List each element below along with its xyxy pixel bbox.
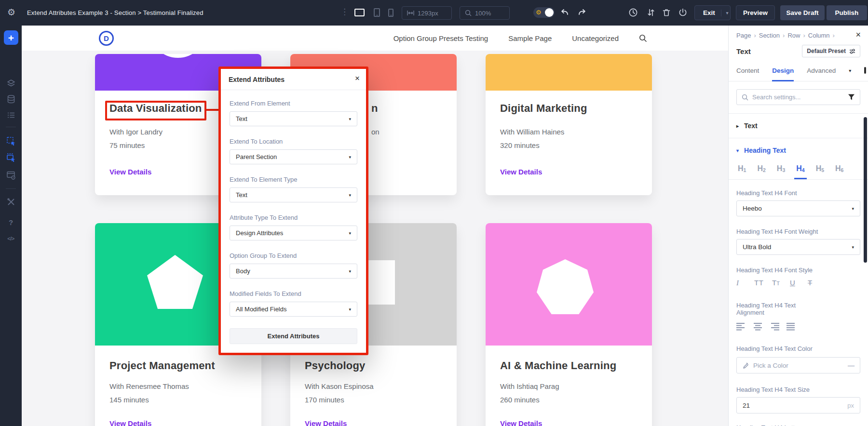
card-author: With Kason Espinosa [305, 382, 374, 390]
field-label: Extend To Element Type [230, 176, 357, 183]
filter-funnel-icon[interactable] [848, 94, 855, 100]
add-module-button[interactable] [4, 30, 18, 45]
phone-view-icon[interactable] [388, 9, 393, 17]
heading-level-h4[interactable]: H4 [795, 163, 806, 179]
preview-button[interactable]: Preview [736, 5, 775, 20]
breadcrumb-column[interactable]: Column [808, 32, 838, 39]
tab-content[interactable]: Content [736, 67, 759, 80]
strikethrough-icon[interactable] [808, 279, 821, 287]
underline-icon[interactable] [790, 279, 803, 287]
site-search-icon[interactable] [639, 34, 647, 42]
view-details-link[interactable]: View Details [109, 419, 151, 426]
wireframe-list-icon[interactable] [0, 107, 22, 123]
h4-text-color-field[interactable]: — [736, 357, 860, 373]
tools-icon[interactable] [0, 194, 22, 210]
help-icon[interactable] [0, 214, 22, 230]
section-toggle-heading-text[interactable]: ▾ Heading Text [729, 138, 868, 162]
modal-close-icon[interactable]: × [355, 74, 360, 82]
desktop-view-icon[interactable] [354, 9, 365, 16]
canvas-width-input[interactable] [418, 10, 444, 17]
heading-level-h3[interactable]: H3 [775, 163, 787, 179]
breadcrumb-page[interactable]: Page [736, 32, 759, 39]
tablet-view-icon[interactable] [374, 8, 380, 17]
search-settings-input[interactable] [752, 93, 844, 101]
breadcrumb-section[interactable]: Section [759, 32, 788, 39]
breadcrumb: Page Section Row Column × [729, 26, 868, 39]
search-settings-box[interactable] [736, 89, 860, 105]
view-details-link[interactable]: View Details [500, 168, 542, 176]
site-logo[interactable]: D [99, 31, 114, 46]
attribute-type-to-extend-select[interactable]: Design Attributes ▾ [230, 226, 357, 240]
h4-font-select[interactable]: Heebo ▾ [736, 200, 860, 216]
align-center-icon[interactable] [753, 322, 763, 331]
align-justify-icon[interactable] [786, 322, 796, 331]
modified-fields-to-extend-select[interactable]: All Modified Fields ▾ [230, 302, 357, 317]
layers-icon[interactable] [0, 76, 22, 91]
breadcrumb-row[interactable]: Row [787, 32, 808, 39]
redo-icon[interactable] [578, 8, 586, 18]
publish-button[interactable]: Publish [827, 5, 867, 20]
zoom-field[interactable] [460, 6, 510, 20]
panel-scrollbar-thumb[interactable] [864, 117, 867, 263]
database-icon[interactable] [0, 92, 22, 107]
card-author: With Igor Landry [109, 128, 163, 136]
uppercase-icon[interactable] [754, 279, 767, 287]
click-mode-icon[interactable] [0, 150, 22, 165]
reset-color-dash-icon[interactable]: — [848, 361, 854, 369]
small-caps-icon[interactable] [772, 279, 785, 287]
canvas-width-field[interactable] [402, 6, 452, 20]
extend-attributes-submit-button[interactable]: Extend Attributes [230, 328, 357, 344]
preset-sliders-icon [849, 49, 855, 54]
nav-item-option-group-presets-testing[interactable]: Option Group Presets Testing [393, 34, 488, 42]
extend-attributes-modal: Extend Attributes × Extend From Element … [218, 67, 368, 355]
text-size-input[interactable] [743, 402, 847, 409]
zoom-input[interactable] [475, 10, 501, 17]
exit-dropdown-caret[interactable]: ▾ [721, 10, 729, 16]
heading-level-h1[interactable]: H1 [736, 163, 747, 179]
h4-text-size-field[interactable]: px [736, 397, 860, 413]
extend-from-element-select[interactable]: Text ▾ [230, 111, 357, 126]
sidebar-divider [6, 127, 16, 127]
trash-icon[interactable] [662, 8, 671, 19]
desktop-preview-icon[interactable] [864, 67, 866, 74]
view-details-link[interactable]: View Details [305, 419, 347, 426]
view-details-link[interactable]: View Details [500, 419, 542, 426]
align-right-icon[interactable] [769, 322, 779, 331]
hover-mode-icon[interactable] [0, 133, 22, 149]
undo-icon[interactable] [560, 8, 569, 18]
heading-level-h6[interactable]: H6 [834, 163, 845, 179]
italic-icon[interactable] [736, 279, 749, 287]
save-draft-button[interactable]: Save Draft [780, 5, 825, 20]
exit-button[interactable]: Exit ▾ [694, 5, 731, 20]
more-options-icon[interactable]: ⋮ [340, 7, 349, 17]
field-label: Heading Text H4 Text Color [736, 345, 860, 352]
portability-icon[interactable] [646, 8, 656, 19]
page-settings-icon[interactable] [0, 167, 22, 183]
h4-font-weight-select[interactable]: Ultra Bold ▾ [736, 239, 860, 255]
power-icon[interactable] [678, 8, 688, 19]
view-details-link[interactable]: View Details [109, 168, 151, 176]
tab-design[interactable]: Design [772, 67, 794, 81]
nav-item-uncategorized[interactable]: Uncategorized [572, 34, 619, 42]
panel-close-icon[interactable]: × [855, 30, 861, 40]
heading-level-h2[interactable]: H2 [756, 163, 767, 179]
history-icon[interactable] [628, 8, 638, 19]
heading-level-h5[interactable]: H5 [814, 163, 826, 179]
code-icon[interactable] [0, 231, 22, 246]
section-toggle-text[interactable]: ▸ Text [729, 113, 868, 138]
pentagon-shape [147, 255, 203, 309]
extend-to-location-select[interactable]: Parent Section ▾ [230, 149, 357, 164]
chevron-down-icon: ▾ [349, 193, 351, 198]
settings-gear-icon[interactable]: ⚙ [7, 7, 15, 18]
course-card-digital-marketing[interactable]: Digital Marketing With William Haines 32… [486, 54, 652, 195]
tabs-dropdown-caret[interactable]: ▾ [849, 67, 851, 73]
builder-mode-toggle[interactable]: ⚙ [533, 7, 555, 18]
course-card-ai-machine-learning[interactable]: AI & Machine Learning With Ishtiaq Parag… [486, 223, 652, 426]
pick-a-color-input[interactable] [753, 362, 843, 369]
align-left-icon[interactable] [736, 322, 746, 331]
nav-item-sample-page[interactable]: Sample Page [508, 34, 552, 42]
extend-to-element-type-select[interactable]: Text ▾ [230, 187, 357, 202]
tab-advanced[interactable]: Advanced [807, 67, 836, 80]
default-preset-button[interactable]: Default Preset [802, 45, 860, 57]
option-group-to-extend-select[interactable]: Body ▾ [230, 264, 357, 279]
